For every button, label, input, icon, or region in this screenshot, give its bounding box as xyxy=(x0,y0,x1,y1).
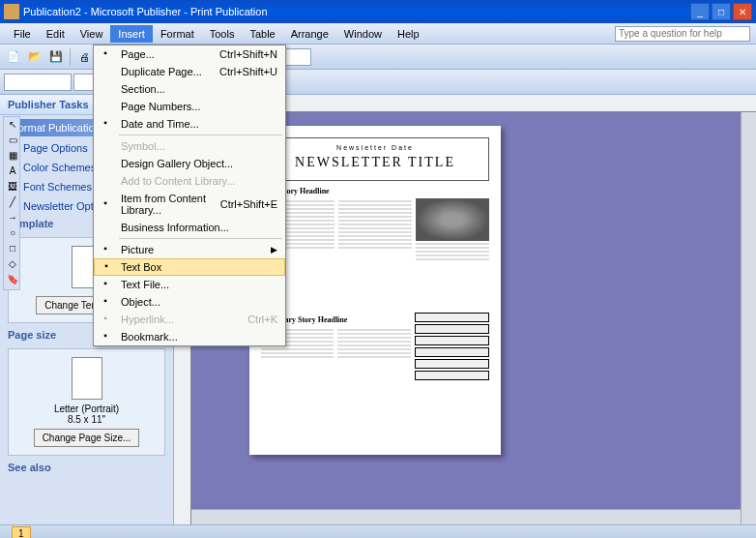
help-search-input[interactable] xyxy=(615,26,750,42)
table-tool-icon[interactable]: ▦ xyxy=(6,150,19,164)
open-icon[interactable]: 📂 xyxy=(25,47,44,67)
save-icon[interactable]: 💾 xyxy=(46,47,66,67)
bookmark-tool-icon[interactable]: 🔖 xyxy=(6,274,19,287)
window-title: Publication2 - Microsoft Publisher - Pri… xyxy=(23,6,690,17)
menu-item-object[interactable]: ▪Object... xyxy=(94,293,285,311)
menu-item-date-and-time[interactable]: ▪Date and Time... xyxy=(94,115,285,133)
menu-item-design-gallery-object[interactable]: Design Gallery Object... xyxy=(94,155,285,172)
menu-item-label: Section... xyxy=(121,83,165,95)
menu-item-label: Text File... xyxy=(121,279,169,290)
pagesize-preview: Letter (Portrait) 8.5 x 11" Change Page … xyxy=(8,348,165,456)
line-tool-icon[interactable]: ╱ xyxy=(6,196,19,210)
sidebar-table xyxy=(415,313,489,380)
menu-item-label: Symbol... xyxy=(121,140,165,152)
pic-icon: ▪ xyxy=(99,243,112,256)
textbox-icon: ▪ xyxy=(100,260,113,274)
file-icon: ▪ xyxy=(99,278,112,291)
menu-item-label: Bookmark... xyxy=(121,331,178,343)
menu-item-label: Design Gallery Object... xyxy=(121,158,233,169)
menu-item-label: Add to Content Library... xyxy=(121,175,235,187)
menu-item-add-to-content-library: Add to Content Library... xyxy=(94,172,285,190)
menu-item-symbol: Symbol... xyxy=(94,137,285,155)
menu-item-bookmark[interactable]: ▪Bookmark... xyxy=(94,328,285,345)
menu-item-label: Object... xyxy=(121,296,160,308)
menu-edit[interactable]: Edit xyxy=(39,25,73,43)
menu-table[interactable]: Table xyxy=(242,25,282,43)
menu-item-label: Page... xyxy=(121,48,155,60)
insert-menu-dropdown: ▪Page...Ctrl+Shift+NDuplicate Page...Ctr… xyxy=(93,45,286,346)
wordart-tool-icon[interactable]: A xyxy=(6,165,19,179)
menu-format[interactable]: Format xyxy=(153,25,202,43)
see-also-label: See also xyxy=(0,460,173,477)
font-name-combo[interactable] xyxy=(4,74,72,91)
menu-view[interactable]: View xyxy=(73,25,111,43)
menu-insert[interactable]: Insert xyxy=(110,25,153,43)
menu-item-label: Text Box xyxy=(121,261,161,273)
clock-icon: ▪ xyxy=(99,117,112,131)
menu-item-label: Item from Content Library... xyxy=(121,193,220,216)
close-button[interactable]: ✕ xyxy=(733,3,752,20)
vertical-scrollbar[interactable] xyxy=(741,112,756,524)
menu-item-label: Duplicate Page... xyxy=(121,66,202,77)
menu-item-label: Date and Time... xyxy=(121,118,199,130)
maximize-button[interactable]: □ xyxy=(712,3,731,20)
minimize-button[interactable]: _ xyxy=(690,3,710,20)
menu-item-shortcut: Ctrl+K xyxy=(247,314,277,325)
print-icon[interactable]: 🖨 xyxy=(74,47,94,67)
menu-item-shortcut: Ctrl+Shift+N xyxy=(219,48,277,60)
menu-item-item-from-content-library[interactable]: ▪Item from Content Library...Ctrl+Shift+… xyxy=(94,190,285,219)
menu-item-business-information[interactable]: Business Information... xyxy=(94,219,285,236)
menu-item-text-file[interactable]: ▪Text File... xyxy=(94,276,285,293)
menu-item-duplicate-page[interactable]: Duplicate Page...Ctrl+Shift+U xyxy=(94,63,285,80)
story-image xyxy=(416,198,489,241)
menu-item-shortcut: Ctrl+Shift+U xyxy=(219,66,277,77)
rect-tool-icon[interactable]: □ xyxy=(6,243,19,256)
link-icon: ▪ xyxy=(99,313,112,326)
horizontal-scrollbar[interactable] xyxy=(191,509,741,524)
pagesize-thumbnail xyxy=(72,357,102,400)
page-tab[interactable]: 1 xyxy=(12,526,31,538)
page-icon: ▪ xyxy=(99,47,112,61)
lib-icon: ▪ xyxy=(99,197,112,211)
menu-item-label: Picture xyxy=(121,244,154,255)
submenu-arrow-icon: ▶ xyxy=(271,245,277,254)
change-pagesize-button[interactable]: Change Page Size... xyxy=(34,429,140,447)
publication-page[interactable]: Newsletter Date NEWSLETTER TITLE Lead St… xyxy=(249,126,501,455)
arrow-tool-icon[interactable]: → xyxy=(6,212,19,225)
menu-item-text-box[interactable]: ▪Text Box xyxy=(94,258,285,276)
new-icon[interactable]: 📄 xyxy=(4,47,23,67)
menu-item-page-numbers[interactable]: Page Numbers... xyxy=(94,98,285,115)
shapes-tool-icon[interactable]: ◇ xyxy=(6,258,19,272)
obj-icon: ▪ xyxy=(99,295,112,309)
bookmark-icon: ▪ xyxy=(99,330,112,344)
objects-toolbox: ↖ ▭ ▦ A 🖼 ╱ → ○ □ ◇ 🔖 xyxy=(3,116,20,290)
menu-window[interactable]: Window xyxy=(336,25,390,43)
menu-item-label: Hyperlink... xyxy=(121,314,174,325)
menu-item-page[interactable]: ▪Page...Ctrl+Shift+N xyxy=(94,45,285,63)
menu-arrange[interactable]: Arrange xyxy=(283,25,336,43)
oval-tool-icon[interactable]: ○ xyxy=(6,227,19,241)
picture-tool-icon[interactable]: 🖼 xyxy=(6,181,19,194)
status-bar: 1 xyxy=(0,524,756,538)
menu-item-section[interactable]: Section... xyxy=(94,80,285,98)
title-bar: Publication2 - Microsoft Publisher - Pri… xyxy=(0,0,756,23)
menu-item-label: Business Information... xyxy=(121,222,229,233)
lead-story-headline: Lead Story Headline xyxy=(261,187,489,195)
textbox-tool-icon[interactable]: ▭ xyxy=(6,134,19,148)
menu-item-hyperlink: ▪Hyperlink...Ctrl+K xyxy=(94,311,285,328)
menu-bar: FileEditViewInsertFormatToolsTableArrang… xyxy=(0,23,756,45)
menu-item-picture[interactable]: ▪Picture▶ xyxy=(94,241,285,258)
page-orientation-label: Letter (Portrait) xyxy=(13,404,160,414)
menu-help[interactable]: Help xyxy=(390,25,427,43)
menu-separator xyxy=(119,134,282,135)
select-tool-icon[interactable]: ↖ xyxy=(6,119,19,133)
newsletter-date-label: Newsletter Date xyxy=(268,144,482,151)
page-dimensions-label: 8.5 x 11" xyxy=(13,414,160,425)
menu-item-shortcut: Ctrl+Shift+E xyxy=(220,198,277,210)
menu-item-label: Page Numbers... xyxy=(121,101,201,112)
menu-file[interactable]: File xyxy=(6,25,39,43)
newsletter-title: NEWSLETTER TITLE xyxy=(268,151,482,174)
menu-separator xyxy=(119,238,282,239)
app-icon xyxy=(4,4,19,19)
menu-tools[interactable]: Tools xyxy=(202,25,243,43)
